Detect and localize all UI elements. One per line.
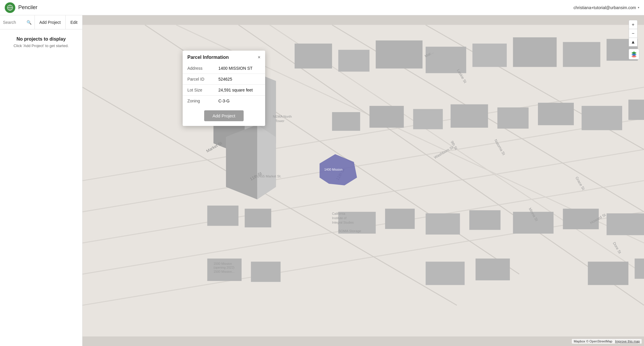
parcel-field-key: Address <box>183 63 214 74</box>
svg-marker-20 <box>226 124 257 199</box>
user-email: christiana+tutorial@urbansim.com <box>574 5 636 10</box>
search-icon: 🔍 <box>27 20 32 25</box>
svg-rect-31 <box>369 106 404 128</box>
svg-text:Integral Studies: Integral Studies <box>332 221 354 224</box>
svg-rect-23 <box>338 50 369 71</box>
parcel-field-value: 524625 <box>214 74 265 85</box>
svg-marker-21 <box>257 124 276 199</box>
svg-text:(opening 2022): (opening 2022) <box>214 266 235 269</box>
svg-rect-51 <box>588 262 628 285</box>
parcel-field-key: Zoning <box>183 96 214 107</box>
parcel-info-table: Address1400 MISSION STParcel ID524625Lot… <box>183 63 265 106</box>
sidebar-empty-state: No projects to display Click 'Add Projec… <box>0 29 82 55</box>
parcel-table-row: ZoningC-3-G <box>183 96 265 107</box>
map-background: Fell St Market St 11th St 11th St 1455 M… <box>82 15 644 346</box>
svg-rect-3 <box>82 25 644 337</box>
svg-rect-28 <box>563 42 600 67</box>
svg-rect-22 <box>295 44 332 69</box>
sidebar-toolbar: 🔍 Add Project Edit <box>0 15 82 29</box>
parcel-field-value: 1400 MISSION ST <box>214 63 265 74</box>
parcel-table-row: Address1400 MISSION ST <box>183 63 265 74</box>
svg-rect-42 <box>426 213 460 234</box>
main-layout: 🔍 Add Project Edit No projects to displa… <box>0 15 644 346</box>
user-menu[interactable]: christiana+tutorial@urbansim.com ▾ <box>574 5 639 10</box>
parcel-popup: Parcel Information × Address1400 MISSION… <box>183 51 265 126</box>
add-project-popup-button[interactable]: Add Project <box>204 110 244 121</box>
svg-rect-50 <box>475 259 510 280</box>
svg-text:1455 Market St.: 1455 Market St. <box>257 174 281 178</box>
zoom-in-button[interactable]: + <box>629 20 638 29</box>
svg-text:SOMA Storage: SOMA Storage <box>338 229 361 233</box>
sidebar: 🔍 Add Project Edit No projects to displa… <box>0 15 82 346</box>
svg-rect-35 <box>538 103 574 125</box>
svg-rect-48 <box>251 262 281 282</box>
parcel-table-row: Parcel ID524625 <box>183 74 265 85</box>
map-attribution: Mapbox © OpenStreetMap Improve this map <box>572 339 642 344</box>
no-projects-subtitle: Click 'Add Project' to get started. <box>6 44 76 48</box>
parcel-field-value: C-3-G <box>214 96 265 107</box>
svg-rect-26 <box>473 44 507 67</box>
map-container[interactable]: Fell St Market St 11th St 11th St 1455 M… <box>82 15 644 346</box>
svg-rect-33 <box>450 104 488 128</box>
svg-rect-24 <box>376 41 422 69</box>
reset-north-button[interactable]: ▲ <box>629 38 638 46</box>
parcel-field-key: Lot Size <box>183 85 214 96</box>
map-controls: + − ▲ <box>629 20 639 59</box>
edit-button[interactable]: Edit <box>66 15 82 29</box>
svg-text:1500 Mission: 1500 Mission <box>214 262 232 265</box>
app-header: Penciler christiana+tutorial@urbansim.co… <box>0 0 644 15</box>
svg-text:NEMA North: NEMA North <box>273 114 292 118</box>
search-container[interactable]: 🔍 <box>0 15 35 29</box>
svg-text:1400 Mission: 1400 Mission <box>324 168 343 171</box>
svg-rect-41 <box>385 209 415 229</box>
svg-text:Tower: Tower <box>275 119 284 123</box>
svg-rect-37 <box>628 100 644 120</box>
svg-rect-46 <box>607 213 644 235</box>
header-left: Penciler <box>5 2 37 13</box>
popup-close-button[interactable]: × <box>258 55 260 60</box>
svg-marker-81 <box>631 55 637 57</box>
layers-icon <box>631 51 637 57</box>
parcel-field-key: Parcel ID <box>183 74 214 85</box>
svg-rect-49 <box>426 262 465 285</box>
svg-rect-52 <box>635 259 644 279</box>
app-title: Penciler <box>18 4 37 11</box>
svg-rect-32 <box>413 109 443 129</box>
attribution-text: Mapbox © OpenStreetMap <box>574 340 612 343</box>
popup-title: Parcel Information <box>187 55 229 60</box>
improve-map-link[interactable]: Improve this map <box>615 340 640 343</box>
svg-rect-38 <box>207 206 239 226</box>
svg-rect-43 <box>469 210 501 230</box>
svg-text:1500 Mission...: 1500 Mission... <box>214 270 235 273</box>
app-logo <box>5 2 15 13</box>
search-input[interactable] <box>3 20 25 25</box>
svg-rect-34 <box>497 107 529 129</box>
no-projects-title: No projects to display <box>6 36 76 42</box>
add-project-button[interactable]: Add Project <box>35 15 66 29</box>
svg-rect-30 <box>332 112 360 131</box>
zoom-out-button[interactable]: − <box>629 29 638 38</box>
svg-text:California: California <box>332 212 345 215</box>
layer-button[interactable] <box>629 49 639 59</box>
svg-rect-36 <box>582 106 622 130</box>
svg-rect-27 <box>513 37 557 67</box>
parcel-table-row: Lot Size24,591 square feet <box>183 85 265 96</box>
parcel-field-value: 24,591 square feet <box>214 85 265 96</box>
svg-text:Institute of: Institute of <box>332 216 346 220</box>
popup-header: Parcel Information × <box>183 51 265 63</box>
svg-rect-39 <box>245 209 271 227</box>
chevron-down-icon: ▾ <box>638 6 639 9</box>
